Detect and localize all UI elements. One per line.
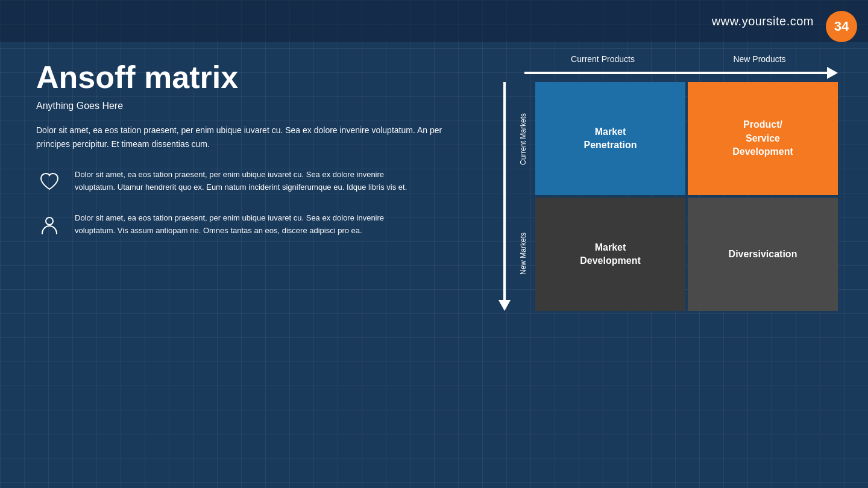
cell-market-penetration: MarketPenetration [535,82,685,195]
matrix-column-headers: Current Products New Products [524,54,838,64]
heart-icon [36,169,63,195]
h-arrow-line [524,72,828,74]
person-icon [36,212,63,239]
main-body-text: Dolor sit amet, ea eos tation praesent, … [36,124,446,151]
icon-item-person-text: Dolor sit amet, ea eos tation praesent, … [75,212,424,237]
col-header-current: Current Products [524,54,681,64]
svg-point-0 [46,217,53,225]
matrix-grid: MarketPenetration Product/ServiceDevelop… [535,82,838,311]
header: www.yoursite.com [0,0,868,42]
row-label-new-markets: New Markets [519,196,527,311]
site-url: www.yoursite.com [712,14,814,28]
cell-market-development: MarketDevelopment [535,198,685,311]
icon-item-heart-text: Dolor sit amet, ea eos tation praesent, … [75,169,424,194]
cell-product-service-development: Product/ServiceDevelopment [688,82,838,195]
cell-product-service-label: Product/ServiceDevelopment [732,118,793,158]
icon-item-person: Dolor sit amet, ea eos tation praesent, … [36,212,482,239]
horizontal-arrow [524,69,838,77]
v-arrow-line [503,82,506,301]
slide-title: Ansoff matrix [36,60,482,95]
matrix-with-labels: Current Markets New Markets MarketPenetr… [500,82,838,311]
vertical-arrow [500,82,509,311]
cell-diversivication-label: Diversivication [729,248,797,261]
slide-subtitle: Anything Goes Here [36,101,482,111]
matrix-row-labels: Current Markets New Markets [511,82,535,311]
cell-market-penetration-label: MarketPenetration [583,125,637,152]
row-label-current-markets: Current Markets [519,82,527,196]
page-number-badge: 34 [826,11,857,42]
ansoff-matrix-panel: Current Products New Products Current Ma… [500,54,838,311]
v-arrow-head [498,300,511,311]
cell-diversivication: Diversivication [688,198,838,311]
left-panel: Ansoff matrix Anything Goes Here Dolor s… [36,60,482,255]
h-arrow-head [827,67,838,79]
col-header-new: New Products [681,54,838,64]
icon-item-heart: Dolor sit amet, ea eos tation praesent, … [36,169,482,195]
cell-market-development-label: MarketDevelopment [580,241,640,268]
